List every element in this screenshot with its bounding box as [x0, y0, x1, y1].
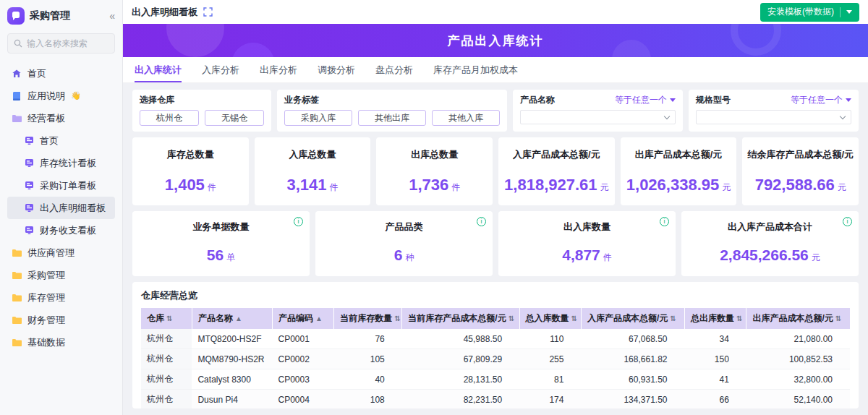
sidebar-item-purchase-mgmt[interactable]: 采购管理 — [7, 264, 115, 286]
search-input[interactable] — [27, 38, 106, 48]
tab-outbound-analysis[interactable]: 出库分析 — [260, 57, 297, 82]
kpi-title: 入库产品成本总额/元 — [498, 148, 615, 161]
chevron-down-icon[interactable] — [846, 10, 852, 14]
sidebar-item-label: 首页 — [40, 134, 59, 147]
dashboard-icon — [25, 203, 34, 213]
sidebar-item-label: 首页 — [27, 67, 46, 80]
sort-icon[interactable]: ⇅ — [394, 315, 400, 322]
warehouse-option-button[interactable]: 无锡仓 — [205, 110, 264, 126]
sidebar-item-app-guide[interactable]: 应用说明 👋 — [7, 85, 115, 107]
dashboard-icon — [25, 136, 34, 145]
cell-product-code: CP0002 — [272, 349, 333, 369]
filter-row: 选择仓库 杭州仓 无锡仓 业务标签 采购入库 其他出库 其他入库 — [132, 90, 859, 132]
sort-icon[interactable]: ⇅ — [571, 315, 577, 322]
sort-icon[interactable]: ⇅ — [166, 315, 172, 322]
sidebar-item-purchase-order-board[interactable]: 采购订单看板 — [7, 174, 115, 197]
sidebar-item-base-data[interactable]: 基础数据 — [7, 331, 115, 354]
app-title: 采购管理 — [30, 9, 104, 22]
sort-icon[interactable]: ⇅ — [509, 315, 514, 322]
col-header-total-outbound[interactable]: 总出库数量⇅ — [685, 308, 746, 329]
kpi-unit: 种 — [405, 252, 414, 262]
sidebar-item-finance-mgmt[interactable]: 财务管理 — [7, 309, 115, 331]
fullscreen-icon[interactable] — [203, 7, 213, 17]
sort-icon[interactable]: ▲ — [315, 315, 323, 322]
info-icon[interactable]: i — [294, 217, 303, 226]
sidebar-item-inventory-mgmt[interactable]: 库存管理 — [7, 286, 115, 309]
sort-icon[interactable]: ⇅ — [835, 315, 841, 322]
product-name-select[interactable] — [520, 110, 676, 124]
banner: 产品出入库统计 — [123, 24, 868, 57]
dashboard-icon — [25, 181, 34, 190]
sort-icon[interactable]: ⇅ — [670, 315, 676, 322]
install-template-button[interactable]: 安装模板(带数据) — [760, 3, 859, 22]
cell-inbound-cost: 134,371.50 — [581, 390, 684, 409]
cell-current-stock: 105 — [334, 349, 402, 369]
info-icon[interactable]: i — [477, 217, 486, 226]
button-divider — [840, 7, 841, 17]
page-title: 出入库明细看板 — [132, 6, 197, 19]
cell-product-name: MTQ8200-HS2F — [192, 329, 272, 349]
condition-selector[interactable]: 等于任意一个 — [791, 94, 851, 106]
col-header-inbound-cost[interactable]: 入库产品成本总额/元⇅ — [581, 308, 684, 329]
sidebar-item-label: 应用说明 — [27, 90, 65, 103]
sidebar-item-home[interactable]: 首页 — [7, 62, 115, 85]
biz-tag-option-button[interactable]: 其他出库 — [358, 110, 426, 126]
cell-total-outbound: 150 — [685, 349, 746, 369]
kpi-title: 结余库存产品成本总额/元 — [742, 148, 859, 161]
install-template-label: 安装模板(带数据) — [767, 6, 834, 18]
tab-monthly-weighted-cost[interactable]: 库存产品月加权成本 — [433, 57, 518, 82]
table-row[interactable]: 杭州仓 Catalyst 8300 CP0003 40 28,131.50 81… — [141, 369, 850, 390]
sidebar-item-board-home[interactable]: 首页 — [7, 129, 115, 152]
kpi-outbound-cost-total: 出库产品成本总额/元 1,026,338.95元 — [621, 137, 737, 205]
kpi-title: 库存总数量 — [132, 148, 249, 161]
cell-product-code: CP0004 — [272, 390, 333, 409]
cell-current-stock-cost: 67,809.29 — [402, 349, 519, 369]
cell-product-code: CP0003 — [272, 369, 333, 390]
condition-selector[interactable]: 等于任意一个 — [615, 94, 676, 106]
sort-icon[interactable]: ⇅ — [736, 315, 742, 322]
col-header-total-inbound[interactable]: 总入库数量⇅ — [519, 308, 581, 329]
table-title: 仓库经营总览 — [141, 289, 850, 302]
kpi-total-inbound-qty: 入库总数量 3,141件 — [255, 137, 371, 205]
col-header-product-name[interactable]: 产品名称▲ — [192, 308, 272, 329]
home-icon — [12, 69, 22, 79]
tab-transfer-analysis[interactable]: 调拨分析 — [318, 57, 355, 82]
kpi-remaining-stock-cost-total: 结余库存产品成本总额/元 792,588.66元 — [742, 137, 859, 205]
col-header-warehouse[interactable]: 仓库⇅ — [141, 308, 192, 329]
sidebar-item-label: 基础数据 — [27, 336, 65, 349]
cell-product-name: Catalyst 8300 — [192, 369, 272, 390]
cell-inbound-cost: 168,661.82 — [581, 349, 684, 369]
col-header-product-code[interactable]: 产品编码▲ — [272, 308, 333, 329]
info-icon[interactable]: i — [843, 217, 852, 226]
tab-inout-stats[interactable]: 出入库统计 — [135, 57, 182, 82]
col-header-outbound-cost[interactable]: 出库产品成本总额/元⇅ — [746, 308, 850, 329]
sort-icon[interactable]: ▲ — [235, 315, 242, 322]
sidebar-search[interactable] — [7, 33, 115, 54]
col-header-current-stock[interactable]: 当前库存数量⇅ — [334, 308, 402, 329]
tab-stocktake-analysis[interactable]: 盘点分析 — [375, 57, 413, 82]
sidebar-item-inout-detail-board[interactable]: 出入库明细看板 — [7, 197, 115, 219]
sidebar-item-finance-board[interactable]: 财务收支看板 — [7, 219, 115, 241]
app-logo-icon — [7, 7, 25, 25]
banner-decor-circle — [731, 24, 781, 56]
cell-current-stock-cost: 28,131.50 — [402, 369, 519, 390]
warehouse-overview-table: 仓库⇅ 产品名称▲ 产品编码▲ 当前库存数量⇅ 当前库存产品成本总额/元⇅ 总入… — [141, 308, 850, 408]
biz-tag-option-button[interactable]: 采购入库 — [284, 110, 352, 126]
table-row[interactable]: 杭州仓 MTQ8200-HS2F CP0001 76 45,988.50 110… — [141, 329, 850, 349]
table-row[interactable]: 杭州仓 MQM8790-HS2R CP0002 105 67,809.29 25… — [141, 349, 850, 369]
spec-model-select[interactable] — [696, 110, 851, 124]
sidebar-item-business-boards[interactable]: 经营看板 — [7, 107, 115, 129]
collapse-sidebar-icon[interactable]: « — [109, 10, 115, 22]
condition-label: 等于任意一个 — [791, 94, 843, 106]
sidebar-item-inventory-stats-board[interactable]: 库存统计看板 — [7, 152, 115, 174]
table-row[interactable]: 杭州仓 Dusun Pi4 CP0004 108 82,231.50 174 1… — [141, 390, 850, 409]
sidebar-item-supplier-mgmt[interactable]: 供应商管理 — [7, 241, 115, 264]
tab-inbound-analysis[interactable]: 入库分析 — [202, 57, 239, 82]
col-header-current-stock-cost[interactable]: 当前库存产品成本总额/元⇅ — [402, 308, 519, 329]
info-icon[interactable]: i — [660, 217, 669, 226]
cell-total-outbound: 34 — [685, 329, 746, 349]
search-icon — [14, 39, 22, 48]
biz-tag-option-button[interactable]: 其他入库 — [432, 110, 500, 126]
warehouse-option-button[interactable]: 杭州仓 — [140, 110, 199, 126]
sidebar: 采购管理 « 首页 应用说明 👋 经营看板 首页 — [0, 0, 123, 415]
